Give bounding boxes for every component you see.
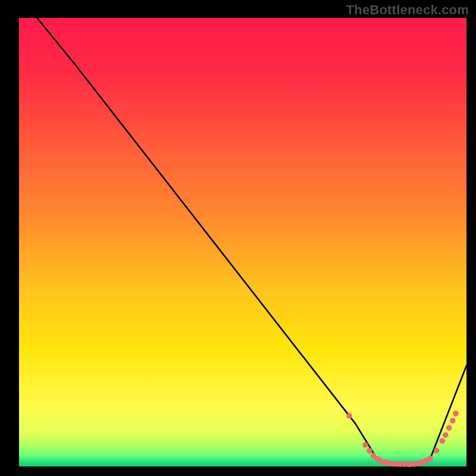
marker-point	[453, 411, 459, 416]
marker-point	[446, 425, 452, 431]
marker-point	[450, 418, 456, 424]
chart-stage: TheBottleneck.com	[0, 0, 476, 476]
watermark-label: TheBottleneck.com	[346, 2, 469, 18]
marker-point	[443, 432, 449, 438]
marker-point	[367, 448, 372, 454]
plot-background	[19, 18, 466, 466]
marker-point	[346, 413, 352, 419]
marker-point	[434, 448, 440, 454]
marker-point	[362, 442, 368, 448]
marker-point	[427, 456, 433, 462]
chart-svg	[0, 0, 476, 476]
marker-point	[440, 438, 446, 444]
